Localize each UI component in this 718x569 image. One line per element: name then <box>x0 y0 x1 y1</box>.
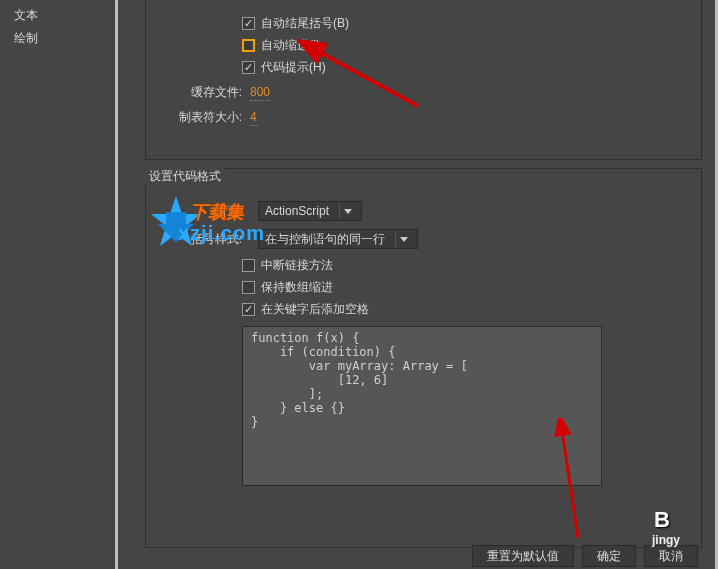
label-break-chain: 中断链接方法 <box>261 257 333 274</box>
chevron-down-icon <box>339 203 355 219</box>
checkbox-code-hint[interactable] <box>242 61 255 74</box>
checkbox-auto-indent[interactable] <box>242 39 255 52</box>
select-brace-style[interactable]: 在与控制语句的同一行 <box>258 229 418 249</box>
svg-line-0 <box>316 50 418 106</box>
overlay-small-text: jingy <box>652 533 680 547</box>
sidebar: 文本 绘制 <box>0 0 115 569</box>
checkbox-space-after-keyword[interactable] <box>242 303 255 316</box>
select-language[interactable]: ActionScript <box>258 201 362 221</box>
annotation-arrow-bottom <box>538 418 598 548</box>
svg-line-1 <box>562 430 578 538</box>
reset-button[interactable]: 重置为默认值 <box>472 545 574 567</box>
chevron-down-icon <box>395 231 411 247</box>
checkbox-keep-array-indent[interactable] <box>242 281 255 294</box>
cancel-button[interactable]: 取消 <box>644 545 698 567</box>
label-auto-close-bracket: 自动结尾括号(B) <box>261 15 349 32</box>
select-brace-style-value: 在与控制语句的同一行 <box>265 231 385 248</box>
annotation-arrow-top <box>298 36 428 116</box>
select-language-value: ActionScript <box>265 204 329 218</box>
value-cache-file[interactable]: 800 <box>250 85 270 101</box>
overlay-letter: B <box>654 507 670 533</box>
dialog-button-row: 重置为默认值 确定 取消 <box>464 545 698 567</box>
label-tab-size: 制表符大小: <box>162 109 242 126</box>
ok-button[interactable]: 确定 <box>582 545 636 567</box>
sidebar-item-text[interactable]: 文本 <box>8 4 115 27</box>
checkbox-break-chain[interactable] <box>242 259 255 272</box>
label-cache-file: 缓存文件: <box>162 84 242 101</box>
label-brace-style: 括号样式: <box>162 231 242 248</box>
checkbox-auto-close-bracket[interactable] <box>242 17 255 30</box>
group-title-code-format: 设置代码格式 <box>145 168 225 185</box>
label-language: 语言: <box>162 203 242 220</box>
value-tab-size[interactable]: 4 <box>250 110 257 126</box>
label-keep-array-indent: 保持数组缩进 <box>261 279 333 296</box>
label-space-after-keyword: 在关键字后添加空格 <box>261 301 369 318</box>
panel-divider-left <box>115 0 118 569</box>
group-code-format: 语言: ActionScript 括号样式: 在与控制语句的同一行 中断链接方法… <box>145 168 702 548</box>
sidebar-item-draw[interactable]: 绘制 <box>8 27 115 50</box>
